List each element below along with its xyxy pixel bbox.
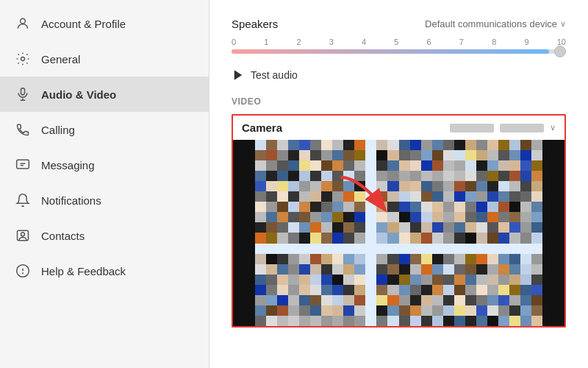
test-audio-label: Test audio bbox=[251, 69, 298, 81]
pixel bbox=[332, 160, 343, 171]
pixel bbox=[321, 305, 332, 316]
pixel bbox=[553, 140, 564, 150]
pixel bbox=[509, 295, 520, 305]
pixel bbox=[454, 150, 465, 160]
pixel bbox=[476, 316, 487, 326]
volume-slider[interactable] bbox=[232, 49, 566, 54]
sidebar-item-account[interactable]: Account & Profile bbox=[0, 6, 209, 41]
slider-fill bbox=[232, 49, 549, 54]
pixel bbox=[354, 160, 365, 171]
pixel bbox=[332, 254, 343, 264]
sidebar-item-audio-video[interactable]: Audio & Video bbox=[0, 77, 209, 112]
pixel bbox=[410, 181, 421, 191]
pixel bbox=[299, 295, 310, 305]
pixel bbox=[354, 140, 365, 150]
pixel bbox=[376, 222, 387, 233]
pixel bbox=[288, 191, 299, 202]
pixel bbox=[443, 222, 454, 233]
sidebar-item-help[interactable]: Help & Feedback bbox=[0, 253, 209, 289]
pixel bbox=[255, 160, 266, 171]
pixel bbox=[399, 316, 410, 326]
pixel bbox=[387, 254, 398, 264]
pixel bbox=[354, 244, 365, 254]
camera-select-row[interactable]: Camera ∨ bbox=[232, 114, 566, 140]
pixel bbox=[498, 275, 509, 285]
pixel bbox=[255, 222, 266, 233]
pixel bbox=[299, 254, 310, 264]
sidebar-item-notifications[interactable]: Notifications bbox=[0, 183, 209, 218]
pixel bbox=[365, 160, 376, 171]
pixel bbox=[376, 191, 387, 202]
message-icon bbox=[15, 157, 31, 173]
pixel bbox=[432, 181, 443, 191]
pixel bbox=[531, 212, 542, 222]
pixel bbox=[520, 171, 531, 181]
test-audio-button[interactable]: Test audio bbox=[232, 68, 298, 82]
pixel bbox=[299, 212, 310, 222]
pixel bbox=[509, 171, 520, 181]
pixel bbox=[454, 295, 465, 305]
pixel bbox=[520, 202, 531, 212]
pixel bbox=[399, 160, 410, 171]
svg-rect-3 bbox=[17, 160, 29, 169]
camera-device-2 bbox=[500, 124, 544, 132]
pixel bbox=[266, 275, 277, 285]
pixel bbox=[498, 140, 509, 150]
pixel bbox=[255, 212, 266, 222]
pixel bbox=[365, 316, 376, 326]
sidebar-item-calling[interactable]: Calling bbox=[0, 112, 209, 147]
pixel bbox=[476, 275, 487, 285]
speakers-header: Speakers Default communications device ∨ bbox=[232, 18, 566, 30]
pixel bbox=[332, 316, 343, 326]
pixel bbox=[387, 295, 398, 305]
pixel bbox=[476, 140, 487, 150]
pixel bbox=[233, 150, 244, 160]
pixel bbox=[376, 275, 387, 285]
pixel bbox=[266, 285, 277, 295]
pixel bbox=[465, 275, 476, 285]
pixel bbox=[299, 275, 310, 285]
sidebar: Account & Profile General Audio & Video … bbox=[0, 0, 209, 368]
pixel bbox=[399, 212, 410, 222]
pixel bbox=[553, 264, 564, 275]
sidebar-item-messaging[interactable]: Messaging bbox=[0, 147, 209, 183]
pixel bbox=[266, 233, 277, 243]
pixel bbox=[509, 191, 520, 202]
pixel bbox=[399, 244, 410, 254]
pixel bbox=[376, 264, 387, 275]
pixel bbox=[399, 191, 410, 202]
sidebar-item-general[interactable]: General bbox=[0, 41, 209, 77]
pixel bbox=[454, 305, 465, 316]
pixel bbox=[244, 202, 255, 212]
pixel bbox=[509, 285, 520, 295]
pixel bbox=[233, 244, 244, 254]
pixel bbox=[443, 254, 454, 264]
pixel bbox=[387, 202, 398, 212]
pixel bbox=[343, 202, 354, 212]
sidebar-item-label: Calling bbox=[41, 124, 75, 136]
pixel bbox=[343, 140, 354, 150]
pixel bbox=[343, 305, 354, 316]
pixel bbox=[233, 316, 244, 326]
pixel bbox=[410, 202, 421, 212]
pixel bbox=[233, 171, 244, 181]
pixel bbox=[266, 140, 277, 150]
pixel bbox=[443, 316, 454, 326]
pixel bbox=[310, 233, 321, 243]
pixel bbox=[310, 316, 321, 326]
pixel bbox=[365, 150, 376, 160]
speakers-device[interactable]: Default communications device ∨ bbox=[425, 18, 566, 29]
pixel bbox=[299, 264, 310, 275]
phone-icon bbox=[15, 121, 31, 138]
pixel bbox=[387, 150, 398, 160]
slider-thumb[interactable] bbox=[554, 46, 566, 57]
pixel bbox=[542, 233, 553, 243]
pixel bbox=[421, 202, 432, 212]
pixel bbox=[321, 181, 332, 191]
pixel bbox=[277, 244, 288, 254]
pixel bbox=[387, 285, 398, 295]
pixel bbox=[332, 244, 343, 254]
pixel bbox=[244, 140, 255, 150]
svg-rect-2 bbox=[21, 88, 25, 95]
sidebar-item-contacts[interactable]: Contacts bbox=[0, 218, 209, 253]
